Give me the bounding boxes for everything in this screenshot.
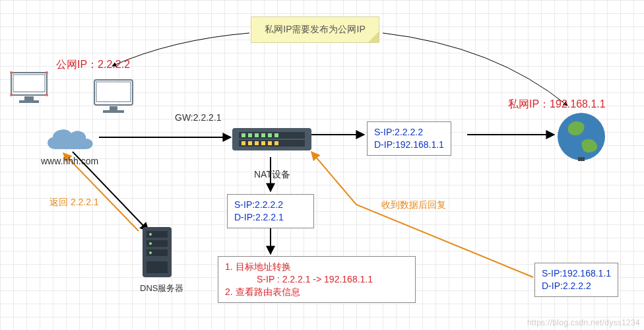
svg-point-40 (149, 233, 152, 236)
translate-box: 1. 目标地址转换 S-IP : 2.2.2.1 -> 192.168.1.1 … (218, 256, 416, 303)
svg-rect-35 (578, 157, 585, 161)
svg-rect-9 (24, 96, 34, 100)
nat-label: NAT设备 (254, 169, 290, 181)
packet-sip: S-IP:2.2.2.2 (374, 126, 444, 139)
svg-rect-22 (242, 133, 245, 137)
return-label: 返回 2.2.2.1 (49, 197, 99, 209)
svg-rect-8 (13, 75, 45, 92)
gw-label: GW:2.2.2.1 (175, 112, 222, 123)
svg-rect-19 (232, 128, 311, 150)
packet-reply-box: S-IP:192.168.1.1 D-IP:2.2.2.2 (534, 263, 618, 297)
public-ip-label: 公网IP：2.2.2.2 (56, 58, 130, 72)
monitor-icon (10, 71, 48, 108)
svg-rect-29 (248, 141, 252, 145)
sticky-note: 私网IP需要发布为公网IP (251, 16, 379, 43)
svg-point-11 (10, 71, 13, 74)
svg-rect-23 (248, 133, 252, 137)
svg-point-14 (46, 94, 48, 96)
translate-line1: 1. 目标地址转换 (225, 261, 408, 273)
cloud-icon (41, 124, 98, 158)
server-icon (139, 224, 176, 282)
svg-rect-10 (19, 100, 39, 103)
svg-point-41 (149, 242, 152, 245)
svg-rect-33 (274, 141, 278, 145)
svg-rect-43 (146, 261, 168, 273)
packet-dip: D-IP:2.2.2.1 (234, 211, 307, 224)
svg-rect-24 (255, 133, 259, 137)
svg-point-12 (46, 71, 48, 74)
monitor-icon (92, 78, 135, 118)
svg-rect-17 (110, 106, 117, 110)
packet-out-box: S-IP:2.2.2.2 D-IP:192.168.1.1 (367, 121, 451, 156)
private-ip-label: 私网IP：192.168.1.1 (508, 98, 606, 112)
note-text: 私网IP需要发布为公网IP (265, 24, 365, 34)
translate-line2: S-IP : 2.2.2.1 -> 192.168.1.1 (225, 273, 408, 286)
watermark: https://blog.csdn.net/dyss1234 (527, 318, 640, 327)
svg-rect-26 (268, 133, 272, 137)
svg-point-42 (149, 251, 152, 254)
packet-back-box: S-IP:2.2.2.2 D-IP:2.2.2.1 (227, 194, 314, 228)
globe-icon (556, 111, 607, 164)
cloud-label: www.hhh.com (41, 156, 98, 166)
translate-line3: 2. 查看路由表信息 (225, 286, 408, 298)
packet-dip: D-IP:192.168.1.1 (374, 139, 444, 151)
packet-sip: S-IP:192.168.1.1 (542, 267, 611, 280)
svg-point-13 (10, 94, 13, 96)
packet-sip: S-IP:2.2.2.2 (234, 199, 307, 211)
svg-rect-16 (96, 82, 131, 102)
router-icon (232, 124, 311, 158)
svg-rect-25 (261, 133, 265, 137)
svg-point-34 (558, 113, 605, 160)
dns-label: DNS服务器 (140, 282, 183, 294)
svg-rect-27 (274, 133, 278, 137)
packet-dip: D-IP:2.2.2.2 (542, 280, 611, 292)
svg-rect-28 (242, 141, 245, 145)
reply-label: 收到数据后回复 (381, 199, 446, 211)
svg-rect-30 (255, 141, 259, 145)
svg-rect-32 (268, 141, 272, 145)
svg-rect-18 (103, 110, 124, 113)
svg-rect-31 (261, 141, 265, 145)
